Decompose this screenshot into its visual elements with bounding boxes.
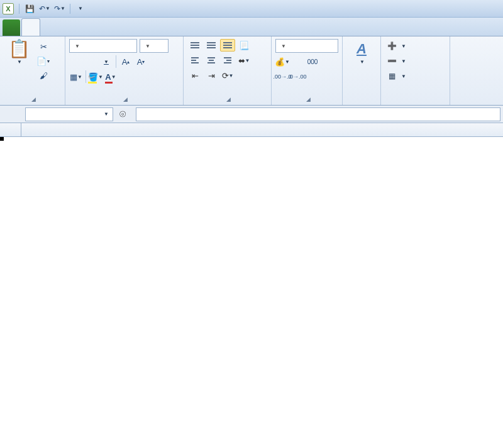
cells-delete-button[interactable]: ➖ ▼: [385, 54, 409, 68]
decrease-decimal-icon[interactable]: .0→.00: [290, 70, 304, 83]
group-cells: ➕ ▼ ➖ ▼ ▦ ▼: [381, 36, 450, 105]
dialog-launcher-icon[interactable]: ◢: [123, 96, 128, 102]
fill-color-icon[interactable]: 🪣▼: [89, 70, 102, 83]
quick-access-toolbar: 💾 ↶▼ ↷▼ ▼: [18, 3, 87, 15]
formula-bar: ▼ ⦾: [0, 106, 503, 123]
tab-home[interactable]: [21, 18, 40, 36]
format-cell-icon: ▦: [387, 72, 396, 80]
decrease-indent-icon[interactable]: ⇤: [187, 69, 202, 82]
italic-button[interactable]: [84, 55, 98, 68]
cells-insert-button[interactable]: ➕ ▼: [385, 39, 409, 53]
tab-review[interactable]: [111, 18, 128, 36]
worksheet-grid: [0, 123, 503, 137]
group-font: ▼ ▼ ▼ A▴ A▾ ▦▼ 🪣▼ A▼ ◢: [65, 36, 184, 105]
qat-dropdown-icon[interactable]: ▼: [74, 3, 87, 15]
dialog-launcher-icon[interactable]: ◢: [306, 96, 311, 102]
borders-icon[interactable]: ▦▼: [69, 70, 83, 83]
cut-icon[interactable]: ✂: [36, 40, 50, 53]
redo-icon[interactable]: ↷▼: [53, 3, 66, 15]
grow-font-icon[interactable]: A▴: [119, 55, 133, 68]
name-box[interactable]: ▼: [25, 107, 113, 121]
paste-button[interactable]: 📋 ▼: [4, 39, 34, 66]
styles-button[interactable]: A ▼: [346, 39, 377, 66]
currency-icon[interactable]: 💰▼: [275, 55, 289, 68]
group-styles: A ▼: [343, 36, 381, 105]
tab-page-layout[interactable]: [58, 18, 75, 36]
undo-icon[interactable]: ↶▼: [38, 3, 51, 15]
tab-file[interactable]: [3, 19, 20, 36]
align-right-icon[interactable]: [220, 54, 235, 67]
increase-decimal-icon[interactable]: .00→.0: [275, 70, 289, 83]
tab-insert[interactable]: [40, 18, 58, 36]
cells-format-button[interactable]: ▦ ▼: [385, 69, 409, 83]
comma-style-icon[interactable]: 000: [306, 55, 319, 68]
align-center-icon[interactable]: [204, 54, 219, 67]
title-bar: X 💾 ↶▼ ↷▼ ▼: [0, 0, 503, 18]
wrap-text-icon[interactable]: 📃: [236, 39, 252, 52]
increase-indent-icon[interactable]: ⇥: [204, 69, 219, 82]
insert-cell-icon: ➕: [387, 41, 396, 50]
namebox-dropdown-icon[interactable]: ▼: [104, 111, 109, 117]
select-all-corner[interactable]: [0, 123, 21, 136]
group-alignment: 📃 ⬌▼ ⇤ ⇥ ⟳▼ ◢: [184, 36, 272, 105]
save-icon[interactable]: 💾: [23, 3, 36, 15]
font-size-combo[interactable]: ▼: [140, 39, 169, 53]
shrink-font-icon[interactable]: A▾: [134, 55, 148, 68]
tab-data[interactable]: [93, 18, 111, 36]
tab-formulas[interactable]: [75, 18, 93, 36]
underline-button[interactable]: ▼: [99, 55, 113, 68]
group-number: ▼ 💰▼ 000 .00→.0 .0→.00 ◢: [272, 36, 343, 105]
align-top-icon[interactable]: [187, 39, 202, 52]
delete-cell-icon: ➖: [387, 57, 396, 65]
percent-icon[interactable]: [290, 55, 304, 68]
column-headers: [0, 123, 503, 137]
copy-icon[interactable]: 📄▼: [36, 55, 50, 67]
orientation-icon[interactable]: ⟳▼: [220, 69, 235, 82]
dialog-launcher-icon[interactable]: ◢: [31, 96, 36, 102]
excel-logo-icon: X: [3, 3, 14, 14]
align-left-icon[interactable]: [187, 54, 202, 67]
align-bottom-icon[interactable]: [220, 39, 235, 52]
dialog-launcher-icon[interactable]: ◢: [226, 96, 231, 102]
styles-icon: A: [357, 40, 367, 58]
format-painter-icon[interactable]: 🖌: [36, 69, 50, 82]
font-name-combo[interactable]: ▼: [69, 39, 137, 53]
namebox-expand-icon[interactable]: ⦾: [113, 109, 132, 119]
bold-button[interactable]: [69, 55, 83, 68]
font-color-icon[interactable]: A▼: [104, 70, 118, 83]
align-middle-icon[interactable]: [204, 39, 219, 52]
merge-center-icon[interactable]: ⬌▼: [236, 54, 252, 67]
number-format-combo[interactable]: ▼: [275, 39, 338, 53]
group-clipboard: 📋 ▼ ✂ 📄▼ 🖌 ◢: [0, 36, 65, 105]
ribbon: 📋 ▼ ✂ 📄▼ 🖌 ◢ ▼ ▼ ▼ A▴ A▾: [0, 36, 503, 106]
selection-border: [0, 137, 4, 141]
ribbon-tabs: [0, 18, 503, 36]
clipboard-icon: 📋: [8, 40, 30, 58]
